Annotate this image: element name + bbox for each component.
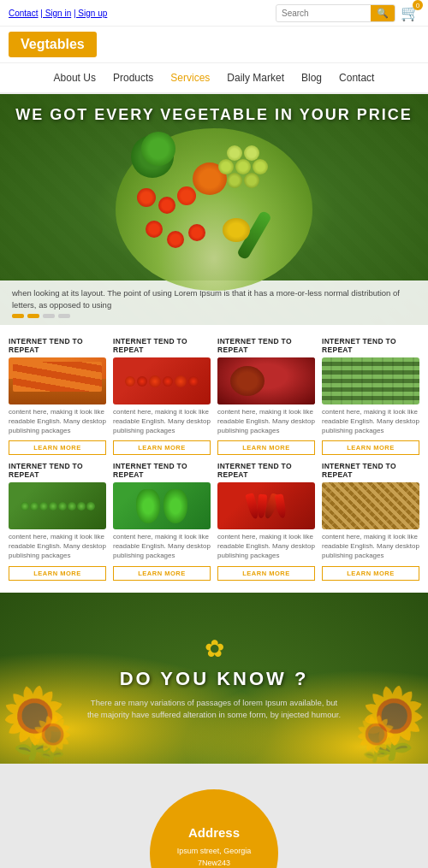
hero-dot-1[interactable]: [12, 314, 24, 318]
product-desc-5: content here, making it look like readab…: [9, 533, 106, 560]
nav-services[interactable]: Services: [170, 72, 210, 84]
product-card-2: INTERNET TEND TO REPEAT content here, ma…: [113, 337, 211, 455]
product-image-4: [322, 357, 419, 404]
nav-blog[interactable]: Blog: [301, 72, 322, 84]
product-title-4: INTERNET TEND TO REPEAT: [322, 337, 419, 354]
header: Vegtables: [0, 27, 428, 63]
learn-more-btn-5[interactable]: LEARN MORE: [9, 566, 106, 581]
product-desc-4: content here, making it look like readab…: [322, 408, 419, 435]
learn-more-btn-6[interactable]: LEARN MORE: [113, 566, 211, 581]
product-desc-6: content here, making it look like readab…: [113, 533, 211, 560]
product-image-1: [9, 357, 106, 404]
hero-dot-3[interactable]: [43, 314, 55, 318]
product-desc-2: content here, making it look like readab…: [113, 408, 211, 435]
product-card-8: INTERNET TEND TO REPEAT content here, ma…: [322, 462, 419, 580]
top-bar-right: 🔍 🛒 0: [276, 3, 419, 22]
product-image-2: [113, 357, 211, 404]
product-title-1: INTERNET TEND TO REPEAT: [9, 337, 106, 354]
learn-more-btn-1[interactable]: LEARN MORE: [9, 440, 106, 455]
hero-title: WE GOT EVERY VEGETABLE IN YOUR PRICE: [0, 106, 428, 124]
product-title-5: INTERNET TEND TO REPEAT: [9, 462, 106, 479]
hero-dots: [12, 314, 416, 318]
sunflower-section: 🌻 🌻 🌻 🌻 ✿ DO YOU KNOW ? There are many v…: [0, 593, 428, 764]
product-title-7: INTERNET TEND TO REPEAT: [217, 462, 315, 479]
product-image-6: [113, 482, 211, 529]
product-card-1: INTERNET TEND TO REPEAT content here, ma…: [9, 337, 106, 455]
product-title-3: INTERNET TEND TO REPEAT: [217, 337, 315, 354]
product-image-5: [9, 482, 106, 529]
contact-link[interactable]: Contact: [9, 9, 38, 18]
learn-more-btn-3[interactable]: LEARN MORE: [217, 440, 315, 455]
cart-badge: 0: [413, 0, 423, 10]
product-desc-7: content here, making it look like readab…: [217, 533, 315, 560]
learn-more-btn-4[interactable]: LEARN MORE: [322, 440, 419, 455]
product-title-8: INTERNET TEND TO REPEAT: [322, 462, 419, 479]
search-box: 🔍: [276, 4, 395, 22]
hero-dot-4[interactable]: [58, 314, 70, 318]
product-image-7: [217, 482, 315, 529]
nav-products[interactable]: Products: [113, 72, 153, 84]
products-section: INTERNET TEND TO REPEAT content here, ma…: [0, 325, 428, 593]
product-desc-8: content here, making it look like readab…: [322, 533, 419, 560]
address-circle: Address Ipsum street, Georgia 7New243 in…: [150, 789, 278, 868]
products-grid: INTERNET TEND TO REPEAT content here, ma…: [9, 337, 419, 581]
product-card-7: INTERNET TEND TO REPEAT content here, ma…: [217, 462, 315, 580]
hero-section: WE GOT EVERY VEGETABLE IN YOUR PRICE: [0, 94, 428, 325]
nav-contact[interactable]: Contact: [339, 72, 374, 84]
address-title: Address: [188, 825, 240, 840]
top-bar-links: Contact | Sign in | Sign up: [9, 9, 107, 18]
product-card-6: INTERNET TEND TO REPEAT content here, ma…: [113, 462, 211, 580]
learn-more-btn-7[interactable]: LEARN MORE: [217, 566, 315, 581]
product-title-6: INTERNET TEND TO REPEAT: [113, 462, 211, 479]
nav-dailymarket[interactable]: Daily Market: [227, 72, 284, 84]
product-title-2: INTERNET TEND TO REPEAT: [113, 337, 211, 354]
learn-more-btn-8[interactable]: LEARN MORE: [322, 566, 419, 581]
sunflower-title: DO YOU KNOW ?: [120, 668, 309, 690]
hero-dot-2[interactable]: [27, 314, 39, 318]
product-image-3: [217, 357, 315, 404]
hero-caption-text: when looking at its layout. The point of…: [12, 288, 400, 309]
top-bar: Contact | Sign in | Sign up 🔍 🛒 0: [0, 0, 428, 27]
product-card-5: INTERNET TEND TO REPEAT content here, ma…: [9, 462, 106, 580]
product-desc-1: content here, making it look like readab…: [9, 408, 106, 435]
product-image-8: [322, 482, 419, 529]
search-button[interactable]: 🔍: [371, 5, 395, 21]
logo[interactable]: Vegtables: [9, 32, 97, 57]
product-desc-3: content here, making it look like readab…: [217, 408, 315, 435]
signup-link[interactable]: | Sign up: [74, 9, 107, 18]
sunflower-text: There are many variations of passages of…: [86, 697, 342, 722]
search-input[interactable]: [276, 6, 371, 21]
main-nav: About Us Products Services Daily Market …: [0, 63, 428, 94]
nav-about[interactable]: About Us: [54, 72, 96, 84]
product-card-4: INTERNET TEND TO REPEAT content here, ma…: [322, 337, 419, 455]
learn-more-btn-2[interactable]: LEARN MORE: [113, 440, 211, 455]
address-line1: Ipsum street, Georgia: [177, 845, 252, 857]
address-section: Address Ipsum street, Georgia 7New243 in…: [0, 764, 428, 868]
sunflower-icon: ✿: [205, 635, 224, 663]
address-line2: 7New243: [198, 857, 230, 868]
product-card-3: INTERNET TEND TO REPEAT content here, ma…: [217, 337, 315, 455]
signin-link[interactable]: | Sign in: [40, 9, 71, 18]
cart-icon[interactable]: 🛒 0: [401, 3, 419, 22]
